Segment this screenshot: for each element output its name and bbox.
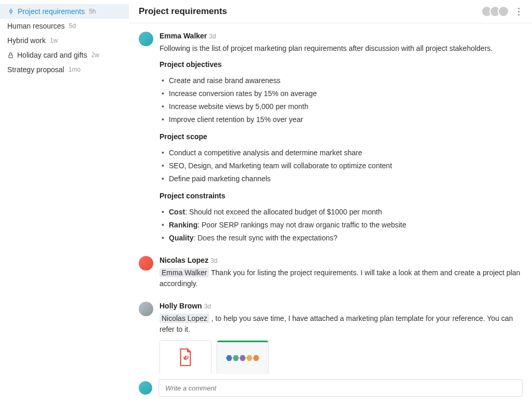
section-title-scope: Project scope (159, 131, 523, 142)
comment-text: Nicolas Lopez , to help you save time, I… (159, 313, 523, 335)
constraints-list: Cost: Should not exceed the allocated bu… (159, 206, 523, 245)
list-item: Increase website views by 5,000 per mont… (169, 100, 523, 113)
lock-icon (7, 52, 14, 59)
sidebar-item-time: 5h (89, 8, 96, 15)
section-title-objectives: Project objectives (159, 59, 523, 70)
header-actions (481, 5, 523, 18)
sidebar-item-label: Hybrid work (7, 36, 46, 45)
comment-body: Nicolas Lopez 3d Emma Walker Thank you f… (159, 256, 523, 292)
sidebar-item-label: Human resources (7, 22, 65, 30)
header: Project requirements (129, 0, 532, 23)
sidebar-item-strategy-proposal[interactable]: Strategy proposal 1mo (0, 62, 129, 77)
comment: Emma Walker 3d Following is the list of … (139, 32, 523, 247)
list-item: Ranking: Poor SERP rankings may not draw… (169, 219, 523, 232)
list-item: Cost: Should not exceed the allocated bu… (169, 206, 523, 219)
comment-time: 3d (209, 33, 216, 40)
pin-icon (7, 8, 15, 15)
sidebar-item-time: 5d (69, 22, 76, 30)
comment-body: Holly Brown 3d Nicolas Lopez , to help y… (159, 302, 523, 374)
avatar (139, 32, 153, 46)
comment-text: Following is the list of projcet marketi… (159, 43, 523, 54)
sidebar-item-time: 1mo (69, 66, 81, 73)
list-item: SEO, Design, and Marketing team will col… (169, 159, 523, 172)
avatar (139, 302, 153, 316)
page-title: Project requirements (139, 6, 227, 17)
sidebar-item-time: 2w (91, 51, 99, 59)
list-item: Quality: Does the result sync with the e… (169, 232, 523, 245)
comment-author: Emma Walker (159, 32, 207, 40)
sidebar-item-hybrid-work[interactable]: Hybrid work 1w (0, 33, 129, 48)
comment-body: Emma Walker 3d Following is the list of … (159, 32, 523, 247)
list-item: Improve client retention by 15% over yea… (169, 113, 523, 126)
sidebar-item-time: 1w (50, 37, 58, 44)
attachment-thumb (160, 341, 211, 374)
section-title-constraints: Project constraints (159, 191, 523, 201)
comment-input[interactable] (165, 384, 516, 392)
comment-author: Nicolas Lopez (159, 256, 208, 264)
list-item: Define paid marketing channels (169, 172, 523, 185)
sidebar-item-holiday-card[interactable]: Holiday card and gifts 2w (0, 48, 129, 62)
sidebar-item-label: Strategy proposal (7, 65, 64, 74)
comments-feed: Emma Walker 3d Following is the list of … (129, 23, 532, 374)
attachment-thumb (217, 341, 268, 374)
comment-text: Emma Walker Thank you for listing the pr… (159, 267, 523, 289)
main-pane: Project requirements Emma Walker 3d F (129, 0, 532, 404)
list-item: Conduct a competitive analysis and deter… (169, 146, 523, 159)
attachments: Marketing-plan... Proof this file 2h (159, 340, 523, 374)
comment-composer[interactable] (158, 379, 523, 397)
sidebar-item-label: Holiday card and gifts (17, 51, 87, 59)
avatar (139, 256, 153, 271)
comment: Holly Brown 3d Nicolas Lopez , to help y… (139, 302, 523, 374)
comment-time: 3d (210, 257, 217, 264)
sidebar: Project requirements 5h Human resources … (0, 0, 129, 404)
avatar (139, 381, 152, 395)
comment: Nicolas Lopez 3d Emma Walker Thank you f… (139, 256, 523, 292)
mention[interactable]: Emma Walker (159, 268, 209, 277)
pdf-icon (177, 347, 194, 367)
list-item: Create and raise brand awareness (169, 74, 523, 87)
avatar (498, 6, 509, 17)
sidebar-item-project-requirements[interactable]: Project requirements 5h (0, 4, 129, 19)
objectives-list: Create and raise brand awareness Increas… (159, 74, 523, 126)
comment-time: 3d (204, 303, 211, 310)
hexagon-preview (226, 355, 259, 361)
composer-row (129, 374, 532, 404)
svg-rect-0 (9, 55, 13, 57)
sidebar-item-human-resources[interactable]: Human resources 5d (0, 19, 129, 33)
assignee-facepile[interactable] (481, 6, 509, 17)
attachment-card[interactable]: Marketing-plan... Proof this file 2h (159, 340, 211, 374)
more-menu-button[interactable] (514, 5, 523, 18)
sidebar-item-label: Project requirements (18, 7, 85, 16)
attachment-card[interactable]: Marketing-stra... Proof this file 2h (217, 340, 269, 374)
list-item: Increase conversion rates by 15% on aver… (169, 87, 523, 100)
comment-author: Holly Brown (159, 302, 202, 310)
mention[interactable]: Nicolas Lopez (159, 314, 209, 323)
scope-list: Conduct a competitive analysis and deter… (159, 146, 523, 185)
